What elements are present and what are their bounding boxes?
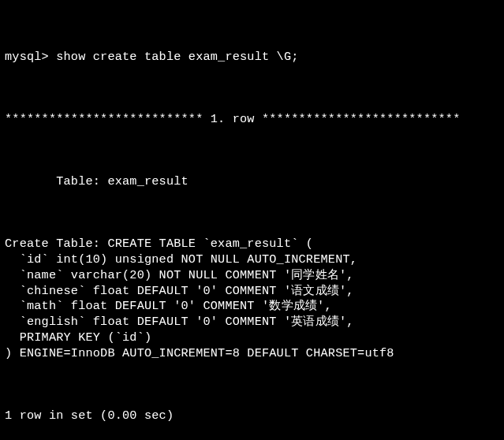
create-table-block: Create Table: CREATE TABLE `exam_result`… — [5, 237, 499, 361]
table-label-line: Table: exam_result — [5, 174, 499, 190]
command-line-1[interactable]: mysql> show create table exam_result \G; — [5, 50, 499, 65]
row-separator: *************************** 1. row *****… — [5, 112, 499, 128]
terminal-output: mysql> show create table exam_result \G;… — [0, 0, 504, 440]
create-table-line: `name` varchar(20) NOT NULL COMMENT '同学姓… — [5, 268, 499, 284]
create-table-line: ) ENGINE=InnoDB AUTO_INCREMENT=8 DEFAULT… — [5, 346, 499, 362]
table-name: exam_result — [107, 174, 188, 188]
timing-1: 1 row in set (0.00 sec) — [5, 408, 499, 424]
create-table-line: Create Table: CREATE TABLE `exam_result`… — [5, 237, 499, 252]
command-text-1: show create table exam_result \G; — [56, 50, 298, 64]
create-table-line: `chinese` float DEFAULT '0' COMMENT '语文成… — [5, 284, 499, 300]
create-table-line: PRIMARY KEY (`id`) — [5, 330, 499, 346]
create-table-line: `math` float DEFAULT '0' COMMENT '数学成绩', — [5, 299, 499, 315]
create-table-line: `id` int(10) unsigned NOT NULL AUTO_INCR… — [5, 252, 499, 268]
mysql-prompt: mysql> — [5, 50, 56, 64]
create-table-line: `english` float DEFAULT '0' COMMENT '英语成… — [5, 315, 499, 330]
table-label: Table: — [5, 174, 107, 188]
